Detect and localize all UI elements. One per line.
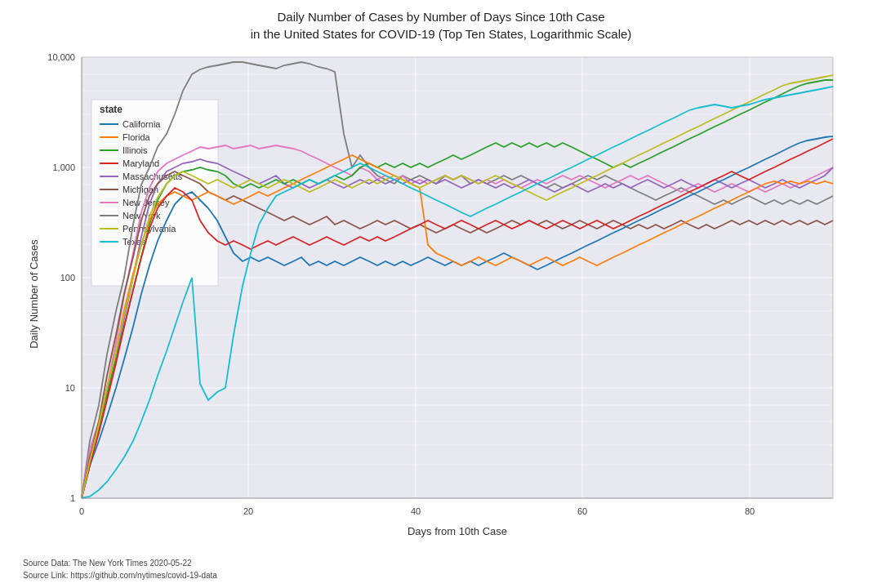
main-svg: 1 10 100 1,000 10,000 0 20 40 60 80 Days… [24,49,858,539]
svg-text:0: 0 [79,506,84,516]
svg-text:Illinois: Illinois [122,145,148,155]
footer: Source Data: The New York Times 2020-05-… [23,557,217,581]
svg-text:1: 1 [70,493,75,503]
svg-text:80: 80 [745,506,755,516]
svg-text:1,000: 1,000 [52,163,75,172]
x-axis-label: Days from 10th Case [408,525,507,537]
svg-text:Florida: Florida [122,132,151,142]
svg-text:10: 10 [65,383,75,393]
svg-text:10,000: 10,000 [47,52,75,62]
chart-title: Daily Number of Cases by Number of Days … [251,8,632,42]
svg-text:100: 100 [60,273,75,283]
svg-text:40: 40 [411,506,421,516]
chart-area: 1 10 100 1,000 10,000 0 20 40 60 80 Days… [24,49,858,539]
source-data-label: Source Data: The New York Times 2020-05-… [23,557,217,569]
y-axis-label: Daily Number of Cases [28,239,40,349]
chart-container: Daily Number of Cases by Number of Days … [0,0,882,588]
svg-text:Maryland: Maryland [122,158,159,168]
svg-text:California: California [122,119,161,129]
svg-text:state: state [100,104,122,115]
source-link-label: Source Link: https://github.com/nytimes/… [23,569,217,581]
svg-text:60: 60 [577,506,587,516]
svg-text:20: 20 [243,506,253,516]
